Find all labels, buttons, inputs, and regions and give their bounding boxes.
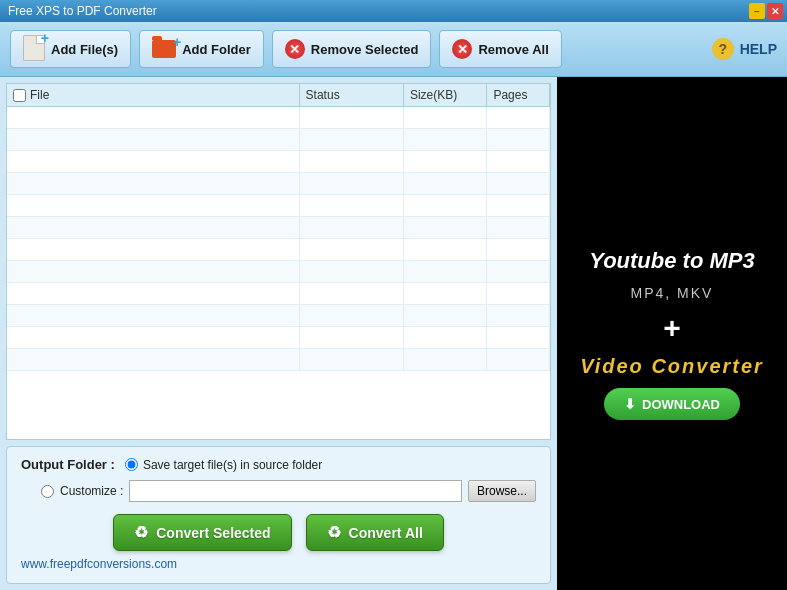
column-file-label: File — [30, 88, 49, 102]
main-area: File Status Size(KB) Pages — [0, 77, 787, 590]
customize-row: Customize : Browse... — [41, 480, 536, 502]
window-controls: − ✕ — [749, 3, 783, 19]
table-row — [7, 261, 550, 283]
add-files-button[interactable]: + Add File(s) — [10, 30, 131, 68]
customize-path-input[interactable] — [129, 480, 462, 502]
ad-plus: + — [663, 311, 681, 345]
output-folder-label: Output Folder : — [21, 457, 115, 472]
left-panel: File Status Size(KB) Pages — [0, 77, 557, 590]
add-folder-button[interactable]: + Add Folder — [139, 30, 264, 68]
convert-all-label: Convert All — [349, 525, 423, 541]
column-size: Size(KB) — [403, 84, 486, 107]
close-button[interactable]: ✕ — [767, 3, 783, 19]
remove-selected-label: Remove Selected — [311, 42, 419, 57]
minimize-button[interactable]: − — [749, 3, 765, 19]
plus-icon: + — [41, 30, 49, 46]
add-folder-label: Add Folder — [182, 42, 251, 57]
remove-selected-button[interactable]: ✕ Remove Selected — [272, 30, 432, 68]
table-row — [7, 349, 550, 371]
save-source-radio[interactable] — [125, 458, 138, 471]
ad-download-button[interactable]: ⬇ DOWNLOAD — [604, 388, 740, 420]
table-row — [7, 305, 550, 327]
app-title: Free XPS to PDF Converter — [4, 4, 157, 18]
title-bar: Free XPS to PDF Converter − ✕ — [0, 0, 787, 22]
column-pages: Pages — [487, 84, 550, 107]
convert-selected-label: Convert Selected — [156, 525, 270, 541]
table-row — [7, 151, 550, 173]
ad-title: Youtube to MP3 — [589, 247, 754, 276]
help-button[interactable]: ? HELP — [712, 38, 777, 60]
table-row — [7, 239, 550, 261]
table-row — [7, 129, 550, 151]
ad-panel: Youtube to MP3 MP4, MKV + Video Converte… — [557, 77, 787, 590]
remove-selected-icon: ✕ — [285, 39, 305, 59]
footer-link-container: www.freepdfconversions.com — [21, 557, 536, 571]
browse-button[interactable]: Browse... — [468, 480, 536, 502]
remove-all-icon: ✕ — [452, 39, 472, 59]
convert-selected-icon: ♻ — [134, 523, 148, 542]
table-row — [7, 173, 550, 195]
customize-radio[interactable] — [41, 485, 54, 498]
file-table: File Status Size(KB) Pages — [7, 84, 550, 371]
output-folder-row: Output Folder : Save target file(s) in s… — [21, 457, 536, 472]
customize-label: Customize : — [60, 484, 123, 498]
remove-all-label: Remove All — [478, 42, 548, 57]
folder-tab-icon — [152, 36, 162, 40]
table-row — [7, 327, 550, 349]
table-row — [7, 107, 550, 129]
ad-download-label: DOWNLOAD — [642, 397, 720, 412]
convert-all-button[interactable]: ♻ Convert All — [306, 514, 444, 551]
footer-link[interactable]: www.freepdfconversions.com — [21, 557, 177, 571]
select-all-checkbox[interactable] — [13, 89, 26, 102]
toolbar: + Add File(s) + Add Folder ✕ Remove Sele… — [0, 22, 787, 77]
convert-selected-button[interactable]: ♻ Convert Selected — [113, 514, 291, 551]
column-file: File — [7, 84, 299, 107]
download-arrow-icon: ⬇ — [624, 396, 636, 412]
save-source-label: Save target file(s) in source folder — [143, 458, 322, 472]
add-files-label: Add File(s) — [51, 42, 118, 57]
file-table-container: File Status Size(KB) Pages — [6, 83, 551, 440]
ad-video-converter: Video Converter — [580, 355, 764, 378]
remove-all-button[interactable]: ✕ Remove All — [439, 30, 561, 68]
table-row — [7, 217, 550, 239]
column-status: Status — [299, 84, 403, 107]
table-row — [7, 283, 550, 305]
convert-all-icon: ♻ — [327, 523, 341, 542]
save-source-option[interactable]: Save target file(s) in source folder — [125, 458, 322, 472]
table-row — [7, 195, 550, 217]
help-icon: ? — [712, 38, 734, 60]
ad-subtitle: MP4, MKV — [631, 285, 714, 301]
bottom-panel: Output Folder : Save target file(s) in s… — [6, 446, 551, 584]
plus-folder-icon: + — [173, 34, 181, 50]
add-file-icon: + — [23, 35, 45, 61]
help-label: HELP — [740, 41, 777, 57]
convert-buttons: ♻ Convert Selected ♻ Convert All — [21, 514, 536, 551]
